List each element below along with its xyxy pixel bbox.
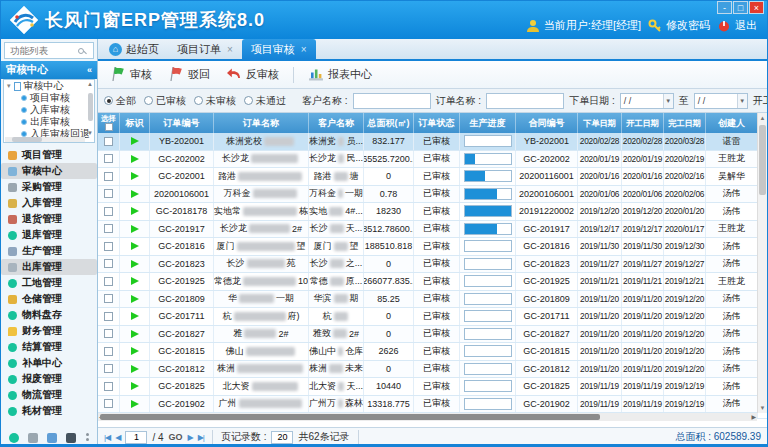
table-row[interactable]: GC-201823长沙苑长沙之...0已审核GC-2018232019/11/2… xyxy=(98,256,767,274)
table-row[interactable]: GC-201825北大资北大资天...10440已审核GC-2018252019… xyxy=(98,378,767,396)
order-date-from-picker[interactable]: / /▼ xyxy=(620,93,674,109)
scroll-right-icon[interactable]: ▶ xyxy=(751,413,756,421)
sidebar-item[interactable]: 财务管理 xyxy=(1,323,97,339)
reject-button[interactable]: 驳回 xyxy=(162,64,216,86)
column-header[interactable]: 订单名称 xyxy=(214,113,309,133)
report-center-button[interactable]: 报表中心 xyxy=(302,64,378,86)
function-search-input[interactable] xyxy=(8,44,78,57)
sidebar-item[interactable]: 工地管理 xyxy=(1,275,97,291)
vscroll-thumb[interactable] xyxy=(759,125,766,195)
page-size-input[interactable] xyxy=(271,431,293,444)
tree-scroll-down-icon[interactable]: ▼ xyxy=(87,130,93,136)
column-header[interactable]: 选择 xyxy=(98,113,120,133)
table-row[interactable]: GC-202002长沙龙长沙龙民...65525.7200..已审核GC-202… xyxy=(98,151,767,169)
sidebar-item[interactable]: 出库管理 xyxy=(1,259,97,275)
row-checkbox[interactable] xyxy=(104,189,113,198)
chevron-down-icon[interactable]: ▼ xyxy=(663,94,673,108)
table-row[interactable]: GC-202001路港路港塘0已审核202001160012020/01/162… xyxy=(98,168,767,186)
table-row[interactable]: GC-2018178实地常栋实地4#...18230已审核20191220002… xyxy=(98,203,767,221)
column-header[interactable]: 下单日期 xyxy=(578,113,622,133)
maximize-button[interactable]: □ xyxy=(733,1,748,14)
sidebar-item[interactable]: 仓储管理 xyxy=(1,291,97,307)
pen-icon[interactable] xyxy=(47,433,57,443)
table-vscrollbar[interactable]: ▲ ▼ xyxy=(757,113,767,413)
logout-button[interactable]: 退出 xyxy=(717,18,757,33)
status-radio[interactable]: 全部 xyxy=(104,94,136,108)
tree-vscrollbar[interactable] xyxy=(88,93,93,121)
function-search-box[interactable] xyxy=(4,42,94,59)
column-header[interactable]: 开工日期 xyxy=(622,113,664,133)
table-row[interactable]: 20200106001万科金万科金一期0.78已审核20200106001202… xyxy=(98,186,767,204)
row-checkbox[interactable] xyxy=(104,259,113,268)
sidebar-item[interactable]: 项目管理 xyxy=(1,147,97,163)
table-row[interactable]: GC-201816厦门望厦门望188510.818已审核GC-201816201… xyxy=(98,238,767,256)
row-checkbox[interactable] xyxy=(104,172,113,181)
column-header[interactable]: 创建人 xyxy=(706,113,758,133)
row-checkbox[interactable] xyxy=(104,294,113,303)
sidebar-item[interactable]: 耗材管理 xyxy=(1,403,97,419)
more-icon[interactable] xyxy=(85,433,89,443)
column-header[interactable]: 完工日期 xyxy=(664,113,706,133)
scroll-up-icon[interactable]: ▲ xyxy=(758,113,767,123)
sidebar-item[interactable]: 结算管理 xyxy=(1,339,97,355)
sidebar-item[interactable]: 补单中心 xyxy=(1,355,97,371)
sidebar-item[interactable]: 退库管理 xyxy=(1,227,97,243)
table-row[interactable]: GC-201809华一期华滨期85.25已审核GC-2018092019/11/… xyxy=(98,291,767,309)
minimize-button[interactable]: - xyxy=(717,1,732,14)
table-hscrollbar[interactable]: ◀ ▶ xyxy=(98,413,757,421)
table-row[interactable]: GC-201917长沙龙2#长沙天...8512.78600..已审核GC-20… xyxy=(98,221,767,239)
row-checkbox[interactable] xyxy=(104,277,113,286)
sidebar-item[interactable]: 物料盘存 xyxy=(1,307,97,323)
customer-name-input[interactable] xyxy=(353,93,431,109)
first-page-button[interactable]: |◀ xyxy=(104,433,110,442)
reverse-audit-button[interactable]: 反审核 xyxy=(220,64,285,86)
table-row[interactable]: GC-201812株洲株洲未来0已审核GC-2018122019/11/2020… xyxy=(98,361,767,379)
column-header[interactable]: 订单状态 xyxy=(414,113,460,133)
tree-expand-icon[interactable]: ▾ xyxy=(7,82,11,90)
close-button[interactable]: × xyxy=(749,1,764,14)
tab-item[interactable]: ⌂起始页 xyxy=(100,39,168,59)
column-header[interactable]: 生产进度 xyxy=(460,113,516,133)
cart-icon[interactable] xyxy=(28,433,38,443)
next-page-button[interactable]: ▶ xyxy=(188,433,193,442)
sidebar-item[interactable]: 采购管理 xyxy=(1,179,97,195)
row-checkbox[interactable] xyxy=(104,399,113,408)
status-radio[interactable]: 已审核 xyxy=(144,94,186,108)
tab-item[interactable]: 项目订单× xyxy=(168,39,242,59)
tab-active[interactable]: 项目审核× xyxy=(242,39,316,59)
tree-scroll-up-icon[interactable]: ▲ xyxy=(87,81,93,87)
sidebar-item[interactable]: 入库管理 xyxy=(1,195,97,211)
column-header[interactable]: 总面积(㎡) xyxy=(364,113,414,133)
audit-button[interactable]: 审核 xyxy=(104,64,158,86)
last-page-button[interactable]: ▶| xyxy=(198,433,204,442)
row-checkbox[interactable] xyxy=(104,312,113,321)
table-row[interactable]: YB-202001株洲党校株洲党员...832.177已审核YB-2020012… xyxy=(98,133,767,151)
change-password-button[interactable]: 修改密码 xyxy=(648,18,710,33)
go-button[interactable]: GO xyxy=(169,432,183,442)
row-checkbox[interactable] xyxy=(104,137,113,146)
sidebar-item[interactable]: 物流管理 xyxy=(1,387,97,403)
row-checkbox[interactable] xyxy=(104,347,113,356)
table-row[interactable]: GC-201925常德龙10常德原...266077.835..已审核GC-20… xyxy=(98,273,767,291)
collapse-icon[interactable]: « xyxy=(87,65,92,75)
status-radio[interactable]: 未通过 xyxy=(244,94,286,108)
column-header[interactable]: 订单编号 xyxy=(150,113,214,133)
row-checkbox[interactable] xyxy=(104,242,113,251)
order-date-to-picker[interactable]: / /▼ xyxy=(694,93,748,109)
chevron-down-icon[interactable]: ▼ xyxy=(737,94,747,108)
column-header[interactable]: 标识 xyxy=(120,113,150,133)
table-row[interactable]: GC-201711杭府)杭0已审核GC-2017112019/11/202019… xyxy=(98,308,767,326)
row-checkbox[interactable] xyxy=(104,207,113,216)
tab-close-icon[interactable]: × xyxy=(227,44,233,55)
row-checkbox[interactable] xyxy=(104,329,113,338)
status-radio[interactable]: 未审核 xyxy=(194,94,236,108)
select-all-checkbox[interactable] xyxy=(105,123,113,131)
column-header[interactable]: 客户名称 xyxy=(309,113,364,133)
sidebar-item[interactable]: 审核中心 xyxy=(1,163,97,179)
hscroll-thumb[interactable] xyxy=(100,414,600,420)
nav-dot-icon[interactable] xyxy=(9,433,19,443)
row-checkbox[interactable] xyxy=(104,382,113,391)
scroll-down-icon[interactable]: ▼ xyxy=(758,403,767,413)
table-row[interactable]: GC-201815佛山佛山中仓库2626已审核GC-2018152019/11/… xyxy=(98,343,767,361)
tab-close-icon[interactable]: × xyxy=(301,44,307,55)
